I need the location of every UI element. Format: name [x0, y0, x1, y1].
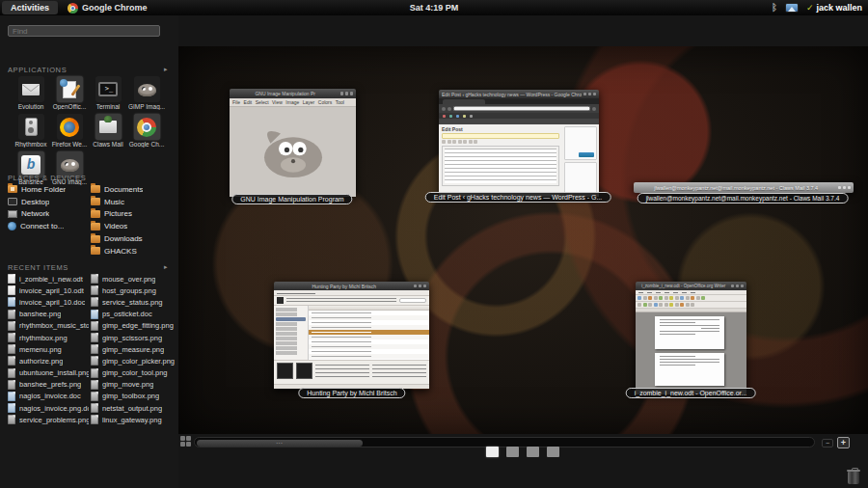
file-icon [8, 380, 15, 390]
workspace-indicator-4[interactable] [547, 447, 559, 457]
workspace-scrollbar-thumb[interactable]: ••• [197, 440, 363, 447]
banshee-titlebar: Hunting Party by Michl Britsch [274, 282, 429, 290]
recent-item-banshee-png[interactable]: banshee.png [8, 309, 89, 320]
remove-workspace-button[interactable]: − [822, 439, 833, 447]
recent-item-gimp-toolbox-png[interactable]: gimp_toolbox.png [91, 391, 177, 402]
recent-item-gimp-scissors-png[interactable]: gimp_scissors.png [91, 332, 177, 343]
workspace-grid-view-icon[interactable] [180, 436, 191, 447]
search-input[interactable] [8, 25, 160, 37]
add-workspace-button[interactable]: + [837, 437, 850, 448]
globe-icon [8, 222, 16, 230]
file-icon [91, 415, 98, 424]
app-rhythmbox[interactable]: Rhythmbox [13, 114, 49, 148]
window-preview-gimp[interactable]: GNU Image Manipulation Pr FileEditSelect… [230, 89, 356, 197]
recent-item-invoice-april-10-odt[interactable]: invoice_april_10.odt [8, 285, 89, 296]
recent-item-authorize-png[interactable]: authorize.png [8, 355, 89, 366]
place-label: Videos [104, 222, 127, 230]
clock[interactable]: Sat 4:19 PM [410, 3, 459, 13]
recent-item-host-groups-png[interactable]: host_groups.png [91, 285, 177, 296]
recent-item-banshee-prefs-png[interactable]: banshee_prefs.png [8, 379, 89, 391]
app-tile [95, 114, 122, 140]
banshee-source-list [274, 306, 309, 360]
gimp-menu-tool: Tool [336, 99, 344, 105]
app-firefox-we[interactable]: Firefox We... [51, 114, 88, 148]
workspace-indicator-1[interactable] [486, 447, 499, 457]
app-gimp-imag[interactable]: GIMP Imag... [128, 76, 165, 110]
activities-button[interactable]: Activities [2, 1, 58, 14]
banshee-recommendations-pane [274, 360, 429, 384]
focused-app-name: Google Chrome [82, 3, 148, 13]
recent-item-gimp-measure-png[interactable]: gimp_measure.png [91, 343, 177, 355]
place-network[interactable]: Network [8, 208, 89, 221]
recent-item-i-zombie-i-new-odt[interactable]: i_zombie_i_new.odt [8, 273, 89, 285]
recent-item-nagios-invoice-doc[interactable]: nagios_invoice.doc [8, 391, 89, 402]
recent-item-label: rhythmbox.png [19, 334, 68, 342]
claws-icon [99, 121, 117, 133]
recent-item-service-problems-png[interactable]: service_problems.png [8, 414, 89, 425]
place-music[interactable]: Music [91, 196, 176, 208]
banshee-search-box [399, 298, 426, 303]
place-pictures[interactable]: Pictures [91, 208, 176, 221]
workspace-preview[interactable]: GNU Image Manipulation Pr FileEditSelect… [178, 46, 868, 434]
place-downloads[interactable]: Downloads [91, 232, 176, 245]
place-home-folder[interactable]: Home Folder [8, 183, 89, 196]
place-connect-to[interactable]: Connect to... [8, 220, 89, 232]
recent-item-ubuntuone-install-png[interactable]: ubuntuone_install.png [8, 367, 89, 379]
workspace-indicator-2[interactable] [506, 447, 519, 457]
place-videos[interactable]: Videos [91, 220, 176, 232]
app-tile [134, 76, 160, 102]
applications-expand-icon[interactable]: ▸ [164, 66, 168, 73]
window-preview-openoffice-writer[interactable]: i_zombie_i_new.odt - OpenOffice.org Writ… [636, 282, 746, 394]
window-preview-claws-mail[interactable]: jlwallen@monkeypantz.net@mail.monkeypant… [634, 182, 854, 193]
recent-item-service-status-png[interactable]: service_status.png [91, 296, 177, 308]
recent-item-gimp-color-tool-png[interactable]: gimp_color_tool.png [91, 367, 177, 379]
presence-check-icon: ✓ [806, 3, 814, 13]
gimp-icon [61, 157, 79, 173]
file-icon [8, 356, 15, 366]
app-google-ch[interactable]: Google Ch... [128, 114, 165, 148]
place-documents[interactable]: Documents [91, 183, 176, 196]
app-evolution[interactable]: Evolution [13, 76, 49, 110]
recent-item-ps-osticket-doc[interactable]: ps_osticket.doc [91, 309, 177, 320]
workspace-indicator-3[interactable] [527, 447, 539, 457]
place-ghacks[interactable]: GHACKS [91, 245, 176, 258]
place-desktop[interactable]: Desktop [8, 196, 89, 208]
recent-item-memenu-png[interactable]: memenu.png [8, 343, 89, 355]
app-openoffic[interactable]: OpenOffic... [51, 76, 88, 110]
recent-item-nagios-invoice-png-doc[interactable]: nagios_invoice.png.doc [8, 402, 89, 414]
recent-item-netstat-output-png[interactable]: netstat_output.png [91, 402, 177, 414]
file-icon [91, 321, 98, 331]
place-label: Pictures [104, 209, 132, 218]
recent-item-linux-gateway-png[interactable]: linux_gateway.png [91, 414, 177, 425]
chrome-toolbar [439, 104, 599, 113]
recent-item-label: authorize.png [19, 357, 63, 366]
app-tile [57, 76, 83, 102]
writer-titlebar: i_zombie_i_new.odt - OpenOffice.org Writ… [636, 282, 746, 290]
app-claws-mail[interactable]: Claws Mail [90, 114, 126, 148]
bluetooth-icon[interactable]: ᛒ [772, 3, 777, 13]
album-art-thumbnail [277, 297, 284, 304]
app-terminal[interactable]: >_Terminal [90, 76, 126, 110]
user-menu[interactable]: ✓ jack wallen [806, 3, 862, 13]
focused-app-menu[interactable]: Google Chrome [68, 3, 148, 14]
app-label: Terminal [90, 103, 126, 110]
trash-icon[interactable] [848, 472, 859, 484]
recent-item-invoice-april-10-doc[interactable]: invoice_april_10.doc [8, 296, 89, 308]
recent-item-rhythmbox-png[interactable]: rhythmbox.png [8, 332, 89, 343]
file-icon [8, 403, 15, 413]
window-preview-banshee[interactable]: Hunting Party by Michl Britsch [274, 282, 429, 390]
recent-column-left: i_zombie_i_new.odtinvoice_april_10.odtin… [8, 273, 89, 425]
recent-item-rhythmbox-music-stor[interactable]: rhythmbox_music_stor... [8, 320, 89, 332]
app-label: Rhythmbox [13, 141, 49, 148]
home-icon [8, 185, 17, 193]
recent-item-gimp-move-png[interactable]: gimp_move.png [91, 379, 177, 391]
recent-item-mouse-over-png[interactable]: mouse_over.png [91, 273, 177, 285]
window-preview-chrome[interactable]: Edit Post ‹ gHacks technology news — Wor… [439, 90, 599, 197]
app-label: Claws Mail [90, 141, 126, 148]
photo-indicator-icon[interactable] [785, 3, 799, 13]
recent-item-gimp-edge-fitting-png[interactable]: gimp_edge_fitting.png [91, 320, 177, 332]
gimp-icon [138, 82, 156, 97]
file-icon [8, 297, 15, 307]
recent-item-gimp-color-picker-png[interactable]: gimp_color_picker.png [91, 355, 177, 366]
recent-expand-icon[interactable]: ▸ [164, 263, 168, 271]
